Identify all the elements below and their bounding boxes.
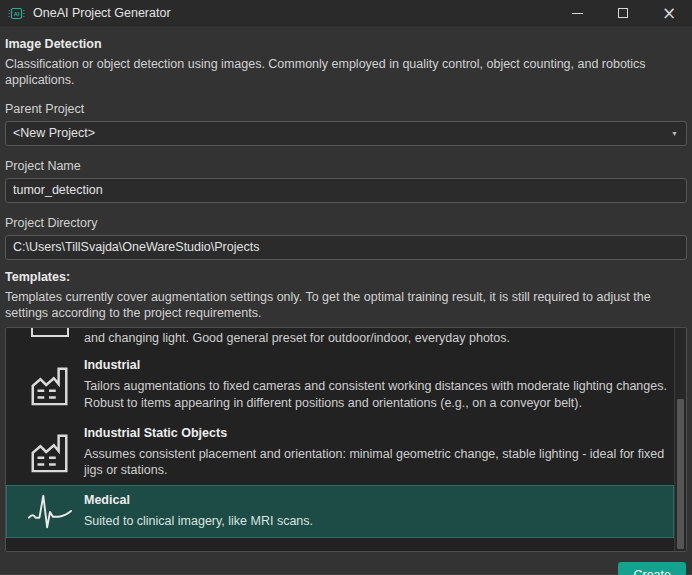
project-directory-label: Project Directory [5,216,687,230]
template-title: Industrial [84,358,670,372]
titlebar: AI OneAI Project Generator × [0,0,692,27]
templates-description: Templates currently cover augmentation s… [5,289,687,322]
page-title: Image Detection [5,37,687,51]
dialog-content: Image Detection Classification or object… [0,27,692,552]
template-description: Tailors augmentations to fixed cameras a… [84,378,670,411]
template-list-item[interactable]: Industrial Tailors augmentations to fixe… [6,350,674,418]
template-description: Assumes consistent placement and orienta… [84,446,670,479]
oneai-project-generator-window: AI OneAI Project Generator × Image Detec… [0,0,692,575]
template-icon-col [16,356,84,411]
oneai-app-icon: AI [8,5,25,22]
template-list-scrollbar[interactable] [674,328,686,551]
photo-partial-icon [31,328,69,337]
create-button[interactable]: Create [618,562,686,575]
template-list-viewport: and changing light. Good general preset … [6,328,674,551]
project-directory-input[interactable] [5,235,687,260]
project-name-input[interactable] [5,178,687,203]
template-list-item[interactable]: Industrial Static Objects Assumes consis… [6,418,674,486]
maximize-icon [618,8,628,18]
templates-heading: Templates: [5,270,687,284]
chevron-down-icon: ▼ [671,130,678,137]
parent-project-label: Parent Project [5,102,687,116]
minimize-icon [572,13,583,14]
minimize-button[interactable] [554,0,600,27]
svg-text:AI: AI [14,10,20,16]
template-list-item[interactable]: and changing light. Good general preset … [6,328,674,350]
template-list: and changing light. Good general preset … [5,327,687,552]
template-description: Suited to clinical imagery, like MRI sca… [84,513,670,529]
template-title: Medical [84,493,670,507]
ecg-icon [27,491,73,531]
template-title: Industrial Static Objects [84,426,670,440]
window-title: OneAI Project Generator [33,6,171,20]
parent-project-select[interactable]: <New Project> ▼ [5,121,687,146]
template-list-item[interactable]: Medical Suited to clinical imagery, like… [6,485,674,538]
parent-project-value: <New Project> [13,126,95,140]
scrollbar-thumb[interactable] [677,399,684,548]
factory-icon [27,361,73,407]
template-icon-col [16,491,84,531]
template-icon-col [16,424,84,479]
maximize-button[interactable] [600,0,646,27]
dialog-footer: Create [0,552,692,575]
template-description: and changing light. Good general preset … [84,330,670,346]
project-name-label: Project Name [5,159,687,173]
close-icon: × [662,3,676,23]
template-icon-col [16,328,84,346]
close-button[interactable]: × [646,0,692,27]
page-description: Classification or object detection using… [5,56,687,89]
factory-icon [27,428,73,474]
